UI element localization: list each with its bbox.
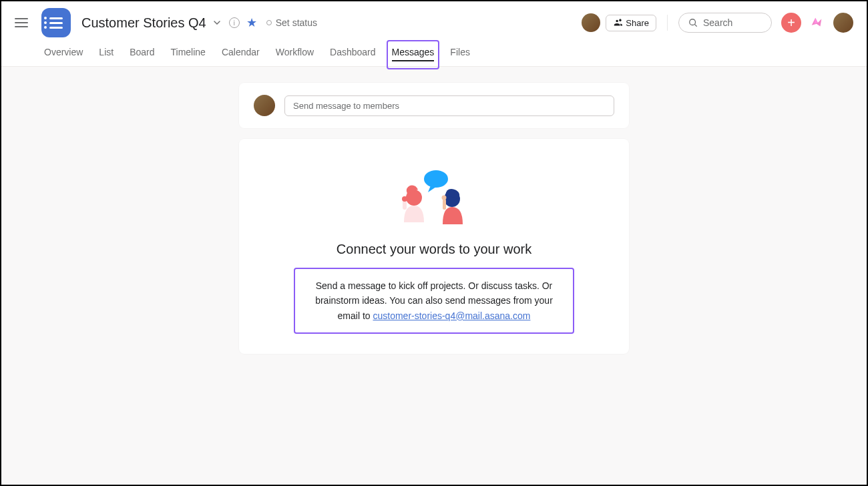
add-button[interactable]: + [781, 13, 801, 33]
content-area: Send message to members Connect your wo [1, 67, 867, 485]
tab-board[interactable]: Board [130, 39, 154, 65]
menu-icon[interactable] [15, 18, 28, 27]
tab-list[interactable]: List [99, 39, 114, 65]
share-button[interactable]: Share [606, 15, 656, 31]
star-icon[interactable]: ★ [246, 15, 257, 30]
tab-messages[interactable]: Messages [392, 39, 435, 65]
empty-email-link[interactable]: customer-stories-q4@mail.asana.com [373, 310, 530, 321]
svg-point-7 [442, 196, 447, 200]
user-avatar[interactable] [833, 13, 853, 33]
empty-state-description: Send a message to kick off projects. Or … [294, 268, 574, 334]
compose-card: Send message to members [239, 83, 629, 128]
svg-rect-3 [403, 200, 407, 210]
compose-avatar [254, 95, 275, 116]
project-title[interactable]: Customer Stories Q4 [81, 15, 206, 31]
member-avatar[interactable] [582, 13, 600, 32]
search-input[interactable]: Search [678, 13, 772, 33]
tab-overview[interactable]: Overview [44, 39, 83, 65]
set-status-label: Set status [276, 17, 317, 28]
top-header: Customer Stories Q4 i ★ Set status Share… [1, 1, 867, 37]
tab-dashboard[interactable]: Dashboard [330, 39, 376, 65]
svg-point-1 [424, 170, 448, 188]
people-icon [613, 18, 622, 27]
share-label: Share [626, 18, 649, 28]
search-placeholder: Search [703, 17, 732, 28]
conversation-illustration [391, 166, 477, 226]
chevron-down-icon[interactable] [213, 19, 221, 27]
divider [667, 15, 668, 31]
set-status-button[interactable]: Set status [266, 17, 317, 28]
tab-calendar[interactable]: Calendar [222, 39, 260, 65]
empty-state-card: Connect your words to your work Send a m… [239, 139, 629, 354]
empty-state-title: Connect your words to your work [337, 242, 531, 257]
compose-input[interactable]: Send message to members [284, 95, 614, 116]
tabs-row: Overview List Board Timeline Calendar Wo… [1, 37, 867, 67]
tab-messages-label: Messages [392, 47, 435, 57]
tab-workflow[interactable]: Workflow [276, 39, 314, 65]
origami-icon[interactable] [809, 15, 824, 30]
tab-timeline[interactable]: Timeline [171, 39, 206, 65]
search-icon [688, 18, 698, 27]
status-dot-icon [266, 20, 272, 25]
svg-point-4 [402, 196, 407, 202]
project-icon[interactable] [41, 8, 71, 37]
svg-rect-6 [443, 199, 446, 210]
tab-files[interactable]: Files [450, 39, 470, 65]
info-icon[interactable]: i [229, 17, 240, 28]
